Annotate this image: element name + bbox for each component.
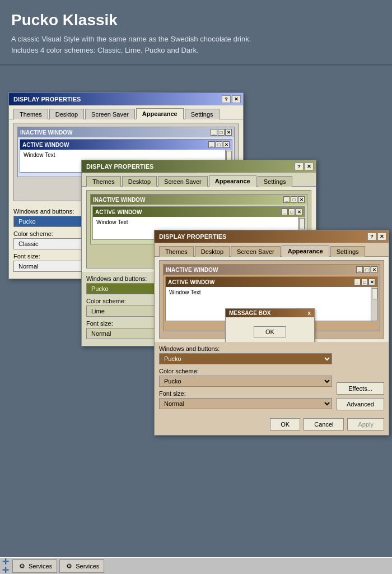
tab-settings-2[interactable]: Settings — [258, 176, 292, 187]
dialog-3-title: DISPLAY PROPERTIES — [159, 233, 226, 240]
tab-desktop-3[interactable]: Desktop — [195, 246, 230, 257]
mini-close-2[interactable]: ✕ — [298, 196, 305, 203]
window-text-2: Window Text — [96, 219, 128, 225]
tab-screensaver-2[interactable]: Screen Saver — [158, 176, 208, 187]
taskbar-left-buttons: ✛ ✛ — [0, 556, 11, 574]
description-line1: A classic Visual Style with the same nam… — [11, 34, 381, 45]
dialog-1-close-btn[interactable]: ✕ — [232, 95, 241, 103]
dialog-1-title: DISPLAY PROPERTIES — [13, 96, 81, 103]
color-scheme-select-3[interactable]: Pucko — [159, 376, 332, 387]
mini-min-3[interactable]: _ — [356, 266, 363, 273]
mini-max-1[interactable]: □ — [218, 129, 225, 136]
advanced-button[interactable]: Advanced — [337, 398, 384, 410]
cancel-button[interactable]: Cancel — [304, 418, 344, 430]
header: Pucko Klassik A classic Visual Style wit… — [0, 0, 392, 64]
active-max-2[interactable]: □ — [288, 209, 295, 215]
plus-icon-bottom[interactable]: ✛ — [2, 566, 9, 574]
dialog-3-close-btn[interactable]: ✕ — [377, 233, 386, 240]
inactive-window-3: INACTIVE WINDOW _ □ ✕ ACTIVE WINDOW _ □ … — [163, 264, 380, 331]
dialog-1-help-btn[interactable]: ? — [222, 95, 231, 103]
active-close-2[interactable]: ✕ — [296, 209, 302, 215]
scroll-thumb-2[interactable] — [299, 218, 305, 229]
inactive-label-3: INACTIVE WINDOW — [166, 267, 218, 273]
tab-desktop-2[interactable]: Desktop — [122, 176, 157, 187]
mini-close-3[interactable]: ✕ — [371, 266, 377, 273]
font-size-label-3: Font size: — [159, 390, 332, 397]
tab-screensaver-3[interactable]: Screen Saver — [231, 246, 281, 257]
taskbar: ✛ ✛ ⚙ Services ⚙ Services — [0, 557, 392, 574]
tab-appearance-1[interactable]: Appearance — [136, 108, 184, 119]
services-1-label: Services — [29, 563, 52, 570]
mini-min-1[interactable]: _ — [211, 129, 217, 136]
dialog-2-close-btn[interactable]: ✕ — [305, 163, 314, 170]
dialog-1-titlebar: DISPLAY PROPERTIES ? ✕ — [9, 93, 243, 105]
window-text-3: Window Text — [169, 289, 201, 295]
tab-themes-2[interactable]: Themes — [86, 176, 121, 187]
active-label-3: ACTIVE WINDOW — [168, 279, 214, 285]
active-max-1[interactable]: □ — [216, 141, 222, 148]
color-scheme-label-3: Color scheme: — [159, 368, 332, 374]
inactive-titlebar-3: INACTIVE WINDOW _ □ ✕ — [164, 265, 380, 275]
active-titlebar-1: ACTIVE WINDOW _ □ ✕ — [20, 140, 232, 150]
services-2-icon: ⚙ — [64, 562, 73, 571]
active-close-1[interactable]: ✕ — [223, 141, 230, 148]
inactive-titlebar-1: INACTIVE WINDOW _ □ ✕ — [18, 127, 234, 137]
services-1-icon: ⚙ — [17, 562, 26, 571]
tab-appearance-3[interactable]: Appearance — [282, 246, 329, 257]
tab-settings-3[interactable]: Settings — [330, 246, 365, 257]
taskbar-services-1[interactable]: ⚙ Services — [12, 559, 57, 573]
windows-buttons-label-3: Windows and buttons: — [159, 345, 332, 352]
active-min-3[interactable]: _ — [354, 279, 361, 285]
message-box-content: OK — [226, 317, 314, 343]
tab-appearance-2[interactable]: Appearance — [209, 175, 256, 187]
active-window-3: ACTIVE WINDOW _ □ ✕ Window Text — [165, 276, 378, 321]
mini-min-2[interactable]: _ — [283, 196, 290, 203]
inactive-titlebar-2: INACTIVE WINDOW _ □ ✕ — [91, 195, 307, 205]
taskbar-services-2[interactable]: ⚙ Services — [59, 559, 104, 573]
dialog-1-tabs: Themes Desktop Screen Saver Appearance S… — [9, 105, 243, 119]
services-2-label: Services — [76, 563, 99, 570]
dialog-2-help-btn[interactable]: ? — [295, 163, 304, 170]
dialog-1-controls: ? ✕ — [222, 95, 241, 103]
scrollbar-3[interactable] — [371, 287, 377, 321]
tab-settings-1[interactable]: Settings — [185, 109, 220, 119]
mini-max-3[interactable]: □ — [363, 266, 370, 273]
inactive-label-1: INACTIVE WINDOW — [20, 129, 72, 136]
page-title: Pucko Klassik — [11, 11, 381, 29]
message-box-close-icon[interactable]: x — [307, 310, 311, 316]
mini-max-2[interactable]: □ — [291, 196, 297, 203]
tab-screensaver-1[interactable]: Screen Saver — [85, 109, 135, 119]
message-box-titlebar: MESSAGE BOX x — [226, 309, 314, 317]
active-label-2: ACTIVE WINDOW — [95, 209, 142, 215]
tab-themes-3[interactable]: Themes — [159, 246, 194, 257]
active-min-1[interactable]: _ — [208, 141, 215, 148]
ok-button[interactable]: OK — [270, 418, 300, 430]
color-scheme-row-3: Color scheme: Pucko — [159, 368, 332, 387]
apply-button[interactable]: Apply — [347, 418, 384, 430]
message-box: MESSAGE BOX x OK — [225, 308, 315, 344]
active-content-3: Window Text MESSAGE BOX x OK — [166, 287, 371, 321]
active-max-3[interactable]: □ — [361, 279, 368, 285]
active-titlebar-2: ACTIVE WINDOW _ □ ✕ — [93, 207, 305, 217]
dialog-3-titlebar: DISPLAY PROPERTIES ? ✕ — [155, 230, 389, 243]
dialog-3-controls-area: Windows and buttons: Pucko Color scheme:… — [155, 342, 389, 416]
windows-buttons-select-3[interactable]: Pucko — [159, 353, 332, 364]
mini-close-1[interactable]: ✕ — [225, 129, 232, 136]
active-close-3[interactable]: ✕ — [368, 279, 375, 285]
dialog-3-preview: INACTIVE WINDOW _ □ ✕ ACTIVE WINDOW _ □ … — [159, 260, 384, 339]
message-ok-button[interactable]: OK — [254, 326, 286, 337]
font-size-select-3[interactable]: Normal — [159, 398, 332, 409]
description-line2: Includes 4 color schemes: Classic, Lime,… — [11, 45, 381, 56]
effects-button[interactable]: Effects... — [337, 382, 384, 395]
tab-themes-1[interactable]: Themes — [13, 109, 48, 119]
dialog-2-controls: ? ✕ — [295, 163, 314, 170]
tab-desktop-1[interactable]: Desktop — [49, 109, 84, 119]
active-label-1: ACTIVE WINDOW — [22, 142, 69, 148]
active-min-2[interactable]: _ — [281, 209, 288, 215]
dialog-3-buttons: OK Cancel Apply — [155, 416, 389, 435]
plus-icon-top[interactable]: ✛ — [2, 558, 9, 566]
dialog-3-help-btn[interactable]: ? — [367, 233, 376, 240]
message-box-label: MESSAGE BOX — [229, 310, 270, 316]
dialog-3-tabs: Themes Desktop Screen Saver Appearance S… — [155, 243, 389, 257]
scroll-thumb-3[interactable] — [372, 288, 377, 299]
